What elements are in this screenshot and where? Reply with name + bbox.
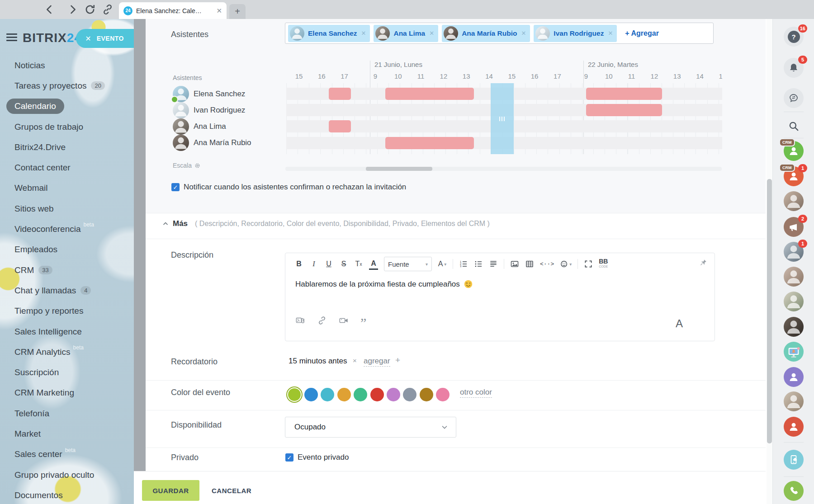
avatar-illustration-button[interactable]: [784, 342, 804, 362]
back-icon[interactable]: [43, 3, 56, 16]
avatar-photo-2-button[interactable]: 1: [784, 242, 804, 262]
browser-tab[interactable]: 24 Elena Sanchez: Cale… ✕: [119, 2, 227, 19]
sidebar-item-crm-analytics[interactable]: CRM Analyticsbeta: [0, 342, 134, 362]
sidebar-item-calendario[interactable]: Calendario: [0, 96, 134, 117]
scrollbar-thumb[interactable]: [366, 167, 432, 171]
attach-file-icon[interactable]: [295, 316, 305, 325]
slider-backdrop[interactable]: [134, 19, 146, 504]
color-swatch[interactable]: [337, 388, 351, 401]
clear-format-button[interactable]: Tx: [354, 258, 363, 270]
align-button[interactable]: [489, 258, 498, 270]
avatar-photo-4-button[interactable]: [784, 292, 804, 311]
private-checkbox[interactable]: ✓: [285, 453, 293, 462]
underline-button[interactable]: U: [324, 258, 333, 270]
add-attendee-button[interactable]: + Agregar: [625, 29, 659, 38]
add-reminder-link[interactable]: agregar: [364, 357, 390, 367]
strikethrough-button[interactable]: S: [339, 258, 348, 270]
availability-select[interactable]: Ocupado: [285, 417, 456, 438]
add-reminder-plus-icon[interactable]: +: [395, 355, 400, 365]
attendee-chip[interactable]: Ivan Rodriguez✕: [534, 25, 617, 42]
crm-contact-green-button[interactable]: CRM: [784, 141, 804, 161]
crm-contact-orange-button[interactable]: CRM1: [784, 166, 804, 186]
scheduler-attendee-row[interactable]: Ana María Rubio: [173, 135, 251, 151]
ordered-list-button[interactable]: 123: [459, 258, 468, 270]
messenger-button[interactable]: [784, 88, 804, 108]
notifications-button[interactable]: 5: [784, 58, 804, 78]
other-color-link[interactable]: otro color: [460, 388, 492, 398]
grid-horizontal-scrollbar[interactable]: [285, 167, 722, 171]
sidebar-item-grupo-privado-oculto[interactable]: Grupo privado oculto: [0, 465, 134, 485]
sidebar-item-telefon-a[interactable]: Telefonía: [0, 403, 134, 424]
sidebar-item-crm[interactable]: CRM33: [0, 260, 134, 280]
sidebar-item-videoconferencia[interactable]: Videoconferenciabeta: [0, 219, 134, 239]
remove-reminder-icon[interactable]: ×: [353, 357, 357, 364]
insert-quote-icon[interactable]: ”: [360, 320, 366, 325]
sidebar-item-contact-center[interactable]: Contact center: [0, 157, 134, 178]
reload-icon[interactable]: [84, 3, 96, 16]
scale-control[interactable]: Escala: [173, 162, 201, 169]
description-text[interactable]: Hablaremos de la próxima fiesta de cumpl…: [295, 279, 473, 289]
attendees-input[interactable]: Elena Sanchez✕Ana Lima✕Ana María Rubio✕I…: [285, 23, 714, 44]
remove-attendee-icon[interactable]: ✕: [608, 30, 613, 37]
color-swatch[interactable]: [436, 388, 450, 401]
sidebar-item-sales-center[interactable]: Sales centerbeta: [0, 444, 134, 465]
avatar-photo-3-button[interactable]: [784, 267, 804, 287]
tab-close-icon[interactable]: ✕: [216, 7, 222, 15]
cancel-button[interactable]: CANCELAR: [212, 480, 251, 501]
sidebar-item-sales-intelligence[interactable]: Sales Intelligence: [0, 321, 134, 342]
new-tab-button[interactable]: +: [229, 4, 246, 19]
insert-image-button[interactable]: [510, 258, 519, 270]
attendee-chip[interactable]: Elena Sanchez✕: [288, 25, 370, 42]
sidebar-item-market[interactable]: Market: [0, 424, 134, 444]
avatar-photo-6-button[interactable]: [784, 391, 804, 411]
contact-red-button[interactable]: [784, 417, 804, 437]
italic-button[interactable]: I: [309, 258, 318, 270]
bitrix24-logo[interactable]: BITRIX24: [23, 31, 82, 45]
color-swatch-selected[interactable]: [286, 386, 303, 403]
more-section-toggle[interactable]: Más ( Descripción, Recordatorio, Color d…: [162, 219, 490, 228]
sidebar-item-sitios-web[interactable]: Sitios web: [0, 198, 134, 219]
text-size-icon[interactable]: A: [676, 317, 683, 330]
sidebar-item-webmail[interactable]: Webmail: [0, 178, 134, 198]
sidebar-item-grupos-de-trabajo[interactable]: Grupos de trabajo: [0, 117, 134, 137]
search-button[interactable]: [784, 116, 804, 136]
insert-emoji-button[interactable]: ▾: [560, 258, 572, 270]
bullet-list-button[interactable]: [474, 258, 483, 270]
marketing-button[interactable]: 2: [784, 217, 804, 237]
notify-checkbox[interactable]: ✓: [171, 183, 180, 191]
description-editor[interactable]: BIUSTxAFuente▾A▾123<··>▾BBCODE Hablaremo…: [285, 253, 715, 341]
pin-icon[interactable]: [700, 259, 707, 266]
color-swatch[interactable]: [403, 388, 416, 401]
telephony-button[interactable]: [784, 481, 804, 501]
event-time-selection[interactable]: [491, 83, 514, 154]
close-event-slider-button[interactable]: ✕ EVENTO: [76, 29, 134, 48]
color-swatch[interactable]: [387, 388, 400, 401]
attendee-chip[interactable]: Ana María Rubio✕: [442, 25, 530, 42]
menu-hamburger-icon[interactable]: [6, 33, 17, 43]
forward-icon[interactable]: [66, 3, 79, 16]
help-button[interactable]: ?16: [784, 27, 804, 47]
sidebar-item-crm-marketing[interactable]: CRM Marketing: [0, 383, 134, 403]
insert-link-icon[interactable]: [317, 316, 327, 325]
color-swatch[interactable]: [420, 388, 433, 401]
scheduler-attendee-row[interactable]: Elena Sanchez: [173, 86, 245, 102]
mobile-app-button[interactable]: [784, 450, 804, 470]
gear-icon[interactable]: [194, 162, 201, 169]
color-swatch[interactable]: [354, 388, 367, 401]
avatar-photo-5-button[interactable]: [784, 317, 804, 337]
grid-body[interactable]: [286, 83, 722, 154]
insert-table-button[interactable]: [525, 258, 534, 270]
attendee-chip[interactable]: Ana Lima✕: [374, 25, 438, 42]
remove-attendee-icon[interactable]: ✕: [429, 30, 434, 37]
sidebar-item-noticias[interactable]: Noticias: [0, 55, 134, 75]
sidebar-item-bitrix24-drive[interactable]: Bitrix24.Drive: [0, 137, 134, 157]
sidebar-item-documentos[interactable]: Documentos: [0, 485, 134, 504]
color-swatch[interactable]: [321, 388, 334, 401]
font-select[interactable]: Fuente▾: [384, 257, 432, 271]
remove-attendee-icon[interactable]: ✕: [361, 30, 366, 37]
insert-code-button[interactable]: <··>: [540, 258, 554, 270]
scheduler-attendee-row[interactable]: Ivan Rodriguez: [173, 102, 245, 118]
insert-video-icon[interactable]: [339, 316, 349, 325]
bb-code-button[interactable]: BBCODE: [599, 258, 608, 270]
bold-button[interactable]: B: [294, 258, 303, 270]
